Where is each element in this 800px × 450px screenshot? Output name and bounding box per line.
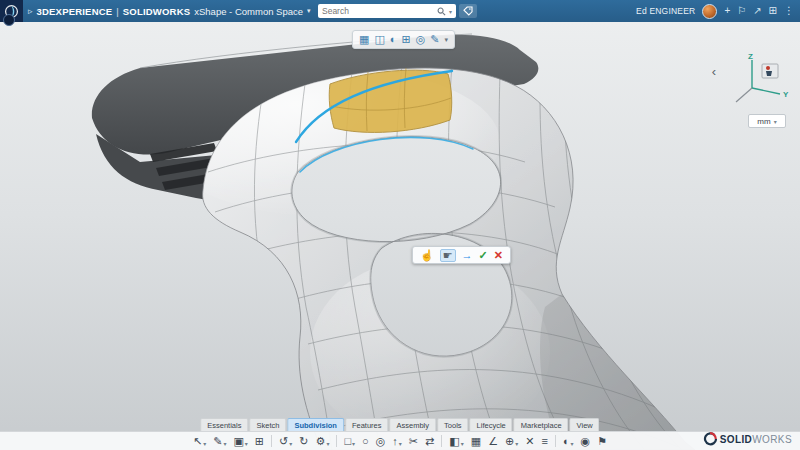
delete-face-tool[interactable]: ✕	[525, 436, 534, 447]
tab-marketplace[interactable]: Marketplace	[514, 418, 569, 431]
tab-lifecycle[interactable]: Lifecycle	[470, 418, 513, 431]
app-title: 3DEXPERIENCE | SOLIDWORKS xShape - Commo…	[37, 6, 311, 17]
settings-tool[interactable]: ⚙▾	[316, 436, 330, 447]
flag-tool[interactable]: ⚑	[597, 436, 607, 447]
manipulator-icon[interactable]: ☛	[440, 249, 456, 262]
redo-tool[interactable]: ↻	[299, 436, 308, 447]
tab-assembly[interactable]: Assembly	[390, 418, 437, 431]
units-caret-icon: ▾	[774, 118, 777, 125]
apps-icon[interactable]: ⊞	[769, 0, 777, 22]
selected-face[interactable]	[329, 70, 452, 132]
primitive-sphere-tool[interactable]: ○	[362, 436, 369, 447]
cancel-icon[interactable]: ✕	[494, 250, 503, 261]
sketch-tool[interactable]: ✎▾	[213, 436, 226, 447]
symmetry-tool[interactable]: ◧▾	[449, 436, 463, 447]
view-float-toolbar[interactable]: ▦ ◫ ◐ ⊞ ◎ ✎ ▾	[352, 30, 455, 49]
context-confirm-toolbar[interactable]: ☝ ☛ → ✓ ✕	[412, 246, 511, 264]
measure-tool[interactable]: ◉	[581, 436, 591, 447]
play-icon[interactable]: ▹	[28, 6, 33, 16]
share-icon[interactable]: ↗	[753, 0, 761, 22]
tab-sketch[interactable]: Sketch	[249, 418, 286, 431]
primitive-box-tool[interactable]: □▾	[344, 436, 355, 447]
workspace-label[interactable]: xShape - Common Space	[194, 6, 303, 17]
tab-subdivision[interactable]: Subdivision	[287, 418, 344, 431]
tag-filter-button[interactable]	[459, 4, 477, 18]
pan-left-chevron-icon[interactable]: ‹	[712, 64, 716, 79]
units-value: mm	[757, 117, 770, 126]
toolbar-separator	[336, 435, 337, 447]
tab-tools[interactable]: Tools	[437, 418, 469, 431]
extrude-face-tool[interactable]: ↑▾	[392, 436, 402, 447]
toolbar-separator	[441, 435, 442, 447]
tab-features[interactable]: Features	[345, 418, 389, 431]
axis-triad[interactable]: Z Y	[726, 52, 792, 116]
axis-z-label: Z	[748, 52, 753, 61]
select-tool[interactable]: ↖▾	[193, 436, 206, 447]
mirror-tool[interactable]: ⇄	[425, 436, 434, 447]
subdivide-tool[interactable]: ▦	[471, 436, 481, 447]
top-right-cluster: Ed ENGINEER + ⚐ ↗ ⊞ ⋮	[636, 0, 794, 22]
split-face-tool[interactable]: ✂	[409, 436, 418, 447]
touch-mode-icon[interactable]: ☝	[420, 250, 434, 261]
3d-viewport[interactable]: ▦ ◫ ◐ ⊞ ◎ ✎ ▾ ☝ ☛ → ✓ ✕ ‹ Z Y mm ▾	[0, 22, 800, 450]
3ds-swirl-icon	[703, 432, 717, 446]
section-view-icon[interactable]: ◐	[390, 34, 397, 45]
crease-edge-tool[interactable]: ∠	[488, 436, 498, 447]
solidworks-logo: SOLIDWORKS	[703, 432, 792, 446]
action-bar-toolbar: ↖▾ ✎▾ ▣▾ ⊞ ↺▾ ↻ ⚙▾ □▾ ○ ◎ ↑▾ ✂ ⇄ ◧▾ ▦ ∠ …	[0, 431, 800, 450]
align-tool[interactable]: ≡	[541, 436, 547, 447]
logo-text-works: WORKS	[752, 434, 792, 445]
action-bar-tabs: Essentials Sketch Subdivision Features A…	[200, 418, 599, 431]
toolbar-separator	[555, 435, 556, 447]
continue-icon[interactable]: →	[462, 250, 473, 261]
user-name[interactable]: Ed ENGINEER	[636, 6, 695, 16]
toolbar-separator	[271, 435, 272, 447]
search-input[interactable]	[322, 6, 434, 16]
save-tool[interactable]: ▣▾	[233, 436, 247, 447]
bridge-tool[interactable]: ⊕▾	[505, 436, 518, 447]
zoom-fit-icon[interactable]: ⊞	[401, 34, 410, 45]
search-box[interactable]: ▾	[318, 4, 456, 18]
global-search: ▾	[318, 4, 477, 18]
render-tools-icon[interactable]: ✎	[430, 34, 439, 45]
tab-view[interactable]: View	[570, 418, 600, 431]
section-tool[interactable]: ◐▾	[563, 436, 574, 447]
workspace-caret-icon[interactable]: ▾	[307, 7, 311, 15]
show-hide-icon[interactable]: ▦	[359, 34, 369, 45]
brand-separator: |	[116, 6, 118, 17]
compass-badge[interactable]	[3, 14, 15, 26]
view-orientation-icon[interactable]: ◎	[416, 34, 426, 45]
tab-essentials[interactable]: Essentials	[200, 418, 248, 431]
axis-y-label: Y	[783, 90, 789, 99]
confirm-icon[interactable]: ✓	[479, 250, 488, 261]
more-views-caret-icon[interactable]: ▾	[445, 36, 449, 43]
print-tool[interactable]: ⊞	[255, 436, 264, 447]
avatar[interactable]	[702, 4, 717, 19]
display-style-icon[interactable]: ◫	[374, 34, 384, 45]
search-scope-caret-icon[interactable]: ▾	[449, 8, 452, 15]
primitive-cylinder-tool[interactable]: ◎	[376, 436, 386, 447]
top-bar: ▹ 3DEXPERIENCE | SOLIDWORKS xShape - Com…	[0, 0, 800, 22]
search-icon[interactable]	[437, 7, 446, 16]
3d-model-canvas[interactable]	[0, 22, 800, 450]
notifications-icon[interactable]: ⚐	[737, 0, 746, 22]
units-dropdown[interactable]: mm ▾	[748, 114, 786, 128]
scale-figure-icon	[762, 64, 778, 78]
tag-icon	[463, 6, 473, 16]
brand-3dexperience: 3DEXPERIENCE	[37, 6, 113, 17]
undo-tool[interactable]: ↺▾	[279, 436, 292, 447]
logo-text-solid: SOLID	[720, 434, 753, 445]
more-icon[interactable]: ⋮	[784, 0, 794, 22]
add-icon[interactable]: +	[724, 0, 730, 22]
brand-solidworks: SOLIDWORKS	[123, 6, 190, 17]
